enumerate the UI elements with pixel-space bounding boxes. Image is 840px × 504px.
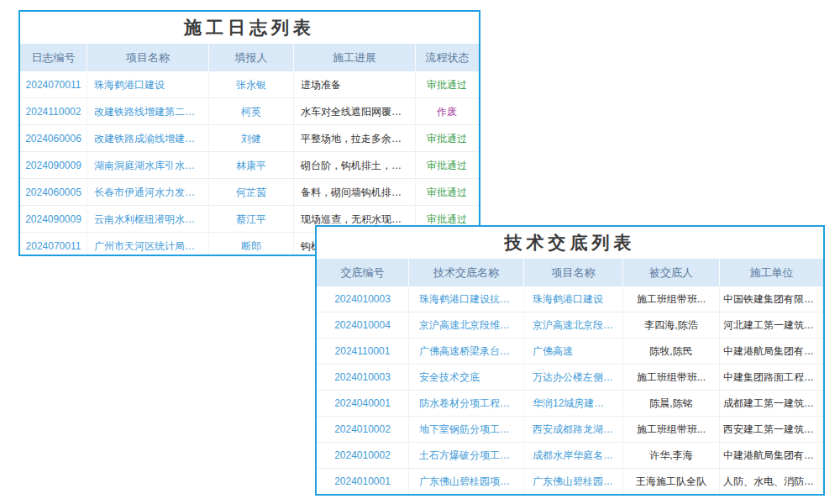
receiver-text: 李四海,陈浩 xyxy=(623,312,720,338)
reporter-link[interactable]: 柯英 xyxy=(209,98,294,124)
unit-text: 成都建工第一建筑有... xyxy=(720,391,823,416)
disclosure-id-link[interactable]: 2024040001 xyxy=(317,391,409,416)
disclosure-name-link[interactable]: 防水卷材分项工程施工技... xyxy=(409,391,524,416)
log-id-link[interactable]: 2024070011 xyxy=(20,71,87,97)
disclosure-id-link[interactable]: 2024010004 xyxy=(317,312,409,338)
log-id-link[interactable]: 2024090009 xyxy=(20,206,87,232)
disclosure-id-link[interactable]: 2024010001 xyxy=(317,469,409,494)
log-table-header-row: 日志编号项目名称填报人施工进展流程状态 xyxy=(20,44,479,71)
project-name-link[interactable]: 成都水岸华庭名苑... xyxy=(524,443,623,468)
table-row: 2024010002地下室钢筋分项工程施工...西安成都路龙湖上...施工班组带… xyxy=(317,417,823,443)
disclosure-id-link[interactable]: 2024010002 xyxy=(317,443,409,468)
progress-text: 平整场地，拉走多余泥土15... xyxy=(294,125,416,151)
column-header: 交底编号 xyxy=(317,259,409,286)
technical-disclosure-table: 技术交底列表 交底编号技术交底名称项目名称被交底人施工单位 2024010003… xyxy=(315,225,825,496)
unit-text: 中国铁建集团有限公司 xyxy=(720,286,823,312)
project-name-link[interactable]: 西安成都路龙湖上... xyxy=(524,417,623,442)
receiver-text: 陈晨,陈铭 xyxy=(623,391,720,416)
disclosure-name-link[interactable]: 土石方爆破分项工程施工... xyxy=(409,443,524,468)
column-header: 施工单位 xyxy=(720,259,823,286)
status-badge: 审批通过 xyxy=(416,179,479,205)
unit-text: 西安建工第一建筑有... xyxy=(720,417,823,442)
log-table-title: 施工日志列表 xyxy=(20,12,479,44)
progress-text: 备料，砌间墙钩机排土，瓦... xyxy=(294,179,416,205)
column-header: 流程状态 xyxy=(416,44,479,71)
log-id-link[interactable]: 2024060006 xyxy=(20,125,87,151)
project-name-link[interactable]: 华润12城房建工程... xyxy=(524,391,623,416)
project-name-link[interactable]: 万达办公楼左侧A... xyxy=(524,365,623,390)
table-row: 2024010001广东佛山碧桂园项目人防...广东佛山碧桂园项目王海施工队全队… xyxy=(317,469,823,495)
table-row: 2024010003珠海鹤港口建设抗浮锚杆...珠海鹤港口建设施工班组带班...… xyxy=(317,286,823,312)
column-header: 项目名称 xyxy=(524,259,623,286)
progress-text: 砌台阶，钩机排土，二包砌... xyxy=(294,152,416,178)
disclosure-table-title: 技术交底列表 xyxy=(317,227,823,259)
progress-text: 进场准备 xyxy=(294,71,416,97)
table-row: 2024060006改建铁路成渝线增建第二...刘健平整场地，拉走多余泥土15.… xyxy=(20,125,479,152)
disclosure-name-link[interactable]: 地下室钢筋分项工程施工... xyxy=(409,417,524,442)
progress-text: 水车对全线遮阳网覆盖点进... xyxy=(294,98,416,124)
reporter-link[interactable]: 断郎 xyxy=(209,233,294,256)
receiver-text: 施工班组带班... xyxy=(623,286,720,312)
reporter-link[interactable]: 张永银 xyxy=(209,71,294,97)
project-name-link[interactable]: 湖南洞庭湖水库引水工程... xyxy=(87,152,209,178)
disclosure-id-link[interactable]: 2024010002 xyxy=(317,417,409,442)
receiver-text: 王海施工队全队 xyxy=(623,469,720,494)
table-row: 2024090009湖南洞庭湖水库引水工程...林康平砌台阶，钩机排土，二包砌.… xyxy=(20,152,479,179)
project-name-link[interactable]: 广州市天河区统计局机房... xyxy=(87,233,209,256)
project-name-link[interactable]: 改建铁路成渝线增建第二... xyxy=(87,125,209,151)
project-name-link[interactable]: 珠海鹤港口建设 xyxy=(524,286,623,312)
table-row: 2024110002改建铁路线增建第二线直...柯英水车对全线遮阳网覆盖点进..… xyxy=(20,98,479,125)
unit-text: 中建集团路面工程有... xyxy=(720,365,823,390)
reporter-link[interactable]: 何芷茵 xyxy=(209,179,294,205)
table-row: 2024070011珠海鹤港口建设张永银进场准备审批通过 xyxy=(20,71,479,98)
disclosure-id-link[interactable]: 2024110001 xyxy=(317,339,409,364)
table-row: 2024040001防水卷材分项工程施工技...华润12城房建工程...陈晨,陈… xyxy=(317,391,823,417)
column-header: 被交底人 xyxy=(623,259,720,286)
status-badge: 审批通过 xyxy=(416,152,479,178)
column-header: 项目名称 xyxy=(87,44,209,71)
project-name-link[interactable]: 改建铁路线增建第二线直... xyxy=(87,98,209,124)
log-id-link[interactable]: 2024110002 xyxy=(20,98,87,124)
disclosure-name-link[interactable]: 广东佛山碧桂园项目人防... xyxy=(409,469,524,494)
receiver-text: 许华,李海 xyxy=(623,443,720,468)
table-row: 2024010002土石方爆破分项工程施工...成都水岸华庭名苑...许华,李海… xyxy=(317,443,823,469)
table-row: 2024060005长春市伊通河水力发电厂...何芷茵备料，砌间墙钩机排土，瓦.… xyxy=(20,179,479,206)
reporter-link[interactable]: 林康平 xyxy=(209,152,294,178)
project-name-link[interactable]: 长春市伊通河水力发电厂... xyxy=(87,179,209,205)
disclosure-id-link[interactable]: 2024010003 xyxy=(317,365,409,390)
disclosure-table-header-row: 交底编号技术交底名称项目名称被交底人施工单位 xyxy=(317,259,823,286)
unit-text: 中建港航局集团有限... xyxy=(720,339,823,364)
table-row: 2024010004京沪高速北京段维修桩帽...京沪高速北京段维修李四海,陈浩河… xyxy=(317,312,823,339)
log-id-link[interactable]: 2024090009 xyxy=(20,152,87,178)
disclosure-name-link[interactable]: 京沪高速北京段维修桩帽... xyxy=(409,312,524,338)
receiver-text: 施工班组带班... xyxy=(623,365,720,390)
column-header: 技术交底名称 xyxy=(409,259,524,286)
disclosure-name-link[interactable]: 安全技术交底 xyxy=(409,365,524,390)
project-name-link[interactable]: 京沪高速北京段维修 xyxy=(524,312,623,338)
construction-log-table: 施工日志列表 日志编号项目名称填报人施工进展流程状态 2024070011珠海鹤… xyxy=(18,10,480,256)
receiver-text: 施工班组带班... xyxy=(623,417,720,442)
status-badge: 审批通过 xyxy=(416,125,479,151)
status-badge: 审批通过 xyxy=(416,71,479,97)
table-row: 2024010003安全技术交底万达办公楼左侧A...施工班组带班...中建集团… xyxy=(317,365,823,391)
reporter-link[interactable]: 蔡江平 xyxy=(209,206,294,232)
project-name-link[interactable]: 云南水利枢纽潜明水库一... xyxy=(87,206,209,232)
project-name-link[interactable]: 广佛高速 xyxy=(524,339,623,364)
reporter-link[interactable]: 刘健 xyxy=(209,125,294,151)
project-name-link[interactable]: 广东佛山碧桂园项目 xyxy=(524,469,623,494)
disclosure-name-link[interactable]: 广佛高速桥梁承台施工技... xyxy=(409,339,524,364)
column-header: 填报人 xyxy=(209,44,294,71)
unit-text: 人防、水电、消防暖通 xyxy=(720,469,823,494)
disclosure-id-link[interactable]: 2024010003 xyxy=(317,286,409,312)
unit-text: 中建港航局集团有限... xyxy=(720,443,823,468)
disclosure-name-link[interactable]: 珠海鹤港口建设抗浮锚杆... xyxy=(409,286,524,312)
table-row: 2024110001广佛高速桥梁承台施工技...广佛高速陈牧,陈民中建港航局集团… xyxy=(317,339,823,365)
receiver-text: 陈牧,陈民 xyxy=(623,339,720,364)
status-badge: 作废 xyxy=(416,98,479,124)
log-id-link[interactable]: 2024060005 xyxy=(20,179,87,205)
log-id-link[interactable]: 2024070011 xyxy=(20,233,87,256)
unit-text: 河北建工第一建筑有... xyxy=(720,312,823,338)
disclosure-table-body: 2024010003珠海鹤港口建设抗浮锚杆...珠海鹤港口建设施工班组带班...… xyxy=(317,286,823,495)
project-name-link[interactable]: 珠海鹤港口建设 xyxy=(87,71,209,97)
column-header: 日志编号 xyxy=(20,44,87,71)
